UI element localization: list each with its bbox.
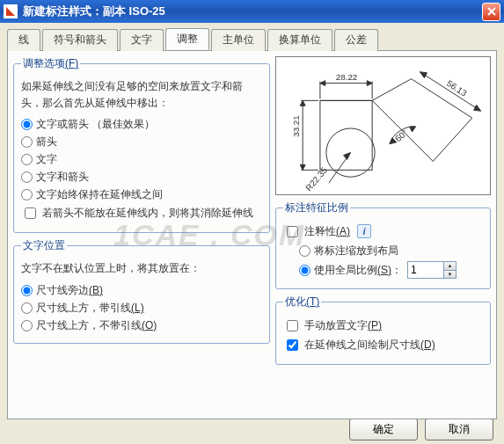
radio-best[interactable]: 文字或箭头 （最佳效果） [21,117,262,132]
radio-both[interactable]: 文字和箭头 [21,170,262,185]
info-icon[interactable]: i [357,224,371,238]
group-fit-options: 调整选项(F) 如果延伸线之间没有足够的空间来放置文字和箭头，那么首先从延伸线中… [13,56,270,233]
spinner-down-icon[interactable]: ▼ [444,271,456,279]
svg-marker-19 [474,105,481,111]
radio-scale-layout-input[interactable] [299,245,310,257]
radio-scale-global[interactable]: 使用全局比例(S)： [299,263,402,278]
radio-best-input[interactable] [21,119,33,130]
check-annotative[interactable]: 注释性(A) i [283,224,483,240]
radio-beside-input[interactable] [21,285,33,296]
ok-button[interactable]: 确定 [349,419,418,440]
check-draw-dimline[interactable]: 在延伸线之间绘制尺寸线(D) [283,338,483,353]
text-placement-intro: 文字不在默认位置上时，将其放置在： [21,260,262,277]
radio-over-leader[interactable]: 尺寸线上方，带引线(L) [21,301,262,316]
svg-marker-8 [320,81,325,86]
svg-marker-0 [6,7,15,16]
radio-arrows[interactable]: 箭头 [21,135,262,149]
svg-marker-16 [344,153,351,160]
window-body: 线 符号和箭头 文字 调整 主单位 换算单位 公差 调整选项(F) 如果延伸线之… [0,23,504,444]
legend-optimize: 优化(T) [283,295,321,309]
tab-panel-fit: 调整选项(F) 如果延伸线之间没有足够的空间来放置文字和箭头，那么首先从延伸线中… [7,50,497,419]
radio-keep[interactable]: 文字始终保持在延伸线之间 [21,187,262,202]
tab-text[interactable]: 文字 [120,29,164,51]
tab-primary[interactable]: 主单位 [211,29,266,51]
check-manual-place[interactable]: 手动放置文字(P) [283,318,483,334]
check-suppress-ext-input[interactable] [25,207,36,219]
legend-fit-options: 调整选项(F) [21,56,80,71]
tab-line[interactable]: 线 [7,29,40,51]
radio-scale-layout[interactable]: 将标注缩放到布局 [299,244,483,258]
tab-fit[interactable]: 调整 [165,28,209,50]
tab-strip: 线 符号和箭头 文字 调整 主单位 换算单位 公差 [7,28,497,50]
group-text-placement: 文字位置 文字不在默认位置上时，将其放置在： 尺寸线旁边(B) 尺寸线上方，带引… [13,238,270,343]
preview-dim-top: 28.22 [336,72,358,82]
radio-both-input[interactable] [21,171,33,183]
tab-tol[interactable]: 公差 [334,29,378,51]
radio-over-leader-input[interactable] [21,302,33,314]
radio-scale-global-input[interactable] [299,265,310,276]
svg-marker-21 [410,127,416,132]
svg-marker-13 [300,100,305,106]
dimension-preview: 28.22 33.21 R22.35 56.13 60° [275,56,491,195]
radio-arrows-input[interactable] [21,136,33,148]
svg-rect-1 [320,100,372,170]
check-draw-dimline-input[interactable] [287,339,298,351]
legend-scale: 标注特征比例 [283,200,350,215]
title-bar: 新建标注样式：副本 ISO-25 [0,0,504,23]
radio-text-input[interactable] [21,154,33,165]
tab-alt[interactable]: 换算单位 [267,29,332,51]
close-button[interactable] [482,3,500,21]
group-scale: 标注特征比例 注释性(A) i 将标注缩放到布局 [275,200,491,289]
check-annotative-input[interactable] [287,226,298,237]
window-title: 新建标注样式：副本 ISO-25 [23,4,482,19]
spinner-up-icon[interactable]: ▲ [444,262,456,271]
tab-symbols[interactable]: 符号和箭头 [42,29,118,51]
radio-beside[interactable]: 尺寸线旁边(B) [21,283,262,298]
check-manual-place-input[interactable] [287,320,298,331]
preview-dim-radius: R22.35 [303,165,329,193]
global-scale-spinner[interactable]: ▲ ▼ [407,261,457,279]
global-scale-input[interactable] [408,262,443,278]
legend-text-placement: 文字位置 [21,238,67,253]
check-suppress-ext[interactable]: 若箭头不能放在延伸线内，则将其消除延伸线 [21,206,262,222]
app-icon [4,4,18,18]
radio-over-noleader[interactable]: 尺寸线上方，不带引线(O) [21,318,262,333]
dialog-buttons: 确定 取消 [349,419,493,440]
group-optimize: 优化(T) 手动放置文字(P) 在延伸线之间绘制尺寸线(D) [275,295,491,365]
radio-text[interactable]: 文字 [21,152,262,167]
radio-keep-input[interactable] [21,189,33,200]
preview-dim-left: 33.21 [291,115,301,137]
svg-marker-9 [367,81,372,86]
svg-marker-18 [420,72,427,78]
cancel-button[interactable]: 取消 [425,419,493,440]
fit-options-paragraph: 如果延伸线之间没有足够的空间来放置文字和箭头，那么首先从延伸线中移出： [21,78,262,112]
svg-marker-14 [300,164,305,170]
radio-over-noleader-input[interactable] [21,320,33,331]
